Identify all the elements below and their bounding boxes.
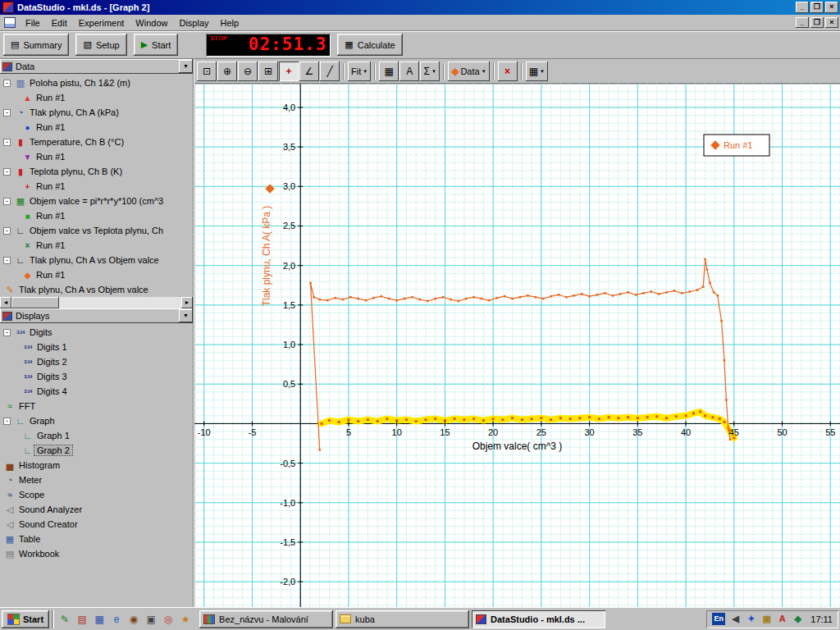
expander-icon[interactable]: - (3, 227, 11, 235)
start-button[interactable]: Start (2, 610, 49, 628)
displays-tree-item[interactable]: ◁Sound Analyzer (0, 502, 193, 517)
expander-icon[interactable]: - (3, 257, 11, 264)
menu-window[interactable]: Window (130, 16, 173, 30)
data-tree-item[interactable]: -◔Tlak plynu, Ch A (kPa) (0, 105, 193, 120)
task-button-3[interactable]: DataStudio - mkl.ds ... (472, 610, 605, 628)
data-menu-button[interactable]: ◆Data▼ (448, 62, 489, 81)
data-tree-item[interactable]: -∟Tlak plynu, Ch A vs Objem valce (0, 253, 193, 267)
displays-tree-item[interactable]: ◁Sound Creator (0, 517, 193, 532)
displays-tree-item[interactable]: ≈Scope (0, 487, 193, 502)
data-tree-item[interactable]: +Run #1 (0, 179, 193, 194)
expander-icon[interactable]: - (3, 198, 11, 205)
data-tree-item[interactable]: ×Run #1 (0, 238, 193, 253)
close-button[interactable]: × (825, 2, 838, 13)
scrollbar-track[interactable] (11, 297, 181, 308)
scale-to-fit-button[interactable]: ⊡ (197, 62, 217, 81)
displays-panel-dropdown-button[interactable]: ▼ (179, 309, 193, 322)
quick-launch-icon-2[interactable]: ▤ (74, 611, 90, 628)
graph-plot-area[interactable]: -10-5510152025303540455055-2,0-1,5-1,0-0… (194, 84, 840, 607)
task-button-1[interactable]: Bez_názvu - Malování (199, 610, 333, 628)
displays-tree-item[interactable]: 3.14Digits 3 (0, 369, 193, 384)
graph-canvas[interactable]: -10-5510152025303540455055-2,0-1,5-1,0-0… (194, 84, 840, 607)
data-tree-item[interactable]: ◆Run #1 (0, 267, 193, 282)
expander-icon[interactable]: - (3, 329, 11, 336)
expander-icon[interactable]: - (3, 168, 11, 176)
quick-launch-icon-4[interactable]: e (108, 611, 125, 628)
data-tree-hscrollbar[interactable]: ◄ ► (0, 297, 193, 308)
delete-button[interactable]: × (498, 62, 518, 81)
data-tree-item[interactable]: -∟Objem valce vs Teplota plynu, Ch (0, 223, 193, 238)
data-tree-item[interactable]: ■Run #1 (0, 208, 193, 223)
data-tree-item[interactable]: ▲Run #1 (0, 90, 193, 105)
zoom-out-button[interactable]: ⊖ (238, 62, 258, 81)
zoom-select-button[interactable]: ⊞ (258, 62, 278, 81)
calculate-button[interactable]: ▦ Calculate (337, 34, 402, 56)
displays-tree-item[interactable]: ▅Histogram (0, 458, 193, 472)
setup-button[interactable]: ▧ Setup (75, 34, 126, 56)
quick-launch-icon-7[interactable]: ◎ (160, 611, 176, 628)
displays-tree-item[interactable]: ▤Workbook (0, 546, 193, 561)
tray-icon-2[interactable]: ✦ (745, 614, 757, 624)
data-tree-item[interactable]: ▼Run #1 (0, 149, 193, 164)
scroll-right-button[interactable]: ► (181, 297, 193, 308)
language-indicator[interactable]: En (712, 613, 725, 625)
child-restore-button[interactable]: ❐ (810, 17, 824, 28)
displays-tree-item[interactable]: ∟Graph 1 (0, 428, 193, 443)
displays-tree-item[interactable]: -3.14Digits (0, 325, 193, 340)
data-tree-item[interactable]: -▥Poloha pistu, Ch 1&2 (m) (0, 75, 193, 90)
displays-tree-item[interactable]: 3.14Digits 4 (0, 384, 193, 399)
displays-tree-item[interactable]: ▦Table (0, 532, 193, 546)
expander-icon[interactable]: - (3, 418, 11, 425)
menu-help[interactable]: Help (215, 16, 245, 30)
annotate-tool-button[interactable]: ╱ (320, 62, 340, 81)
displays-tree-item[interactable]: ≈FFT (0, 399, 193, 413)
expander-icon[interactable]: - (3, 139, 11, 146)
data-tree-item[interactable]: ●Run #1 (0, 120, 193, 135)
quick-launch-icon-6[interactable]: ▣ (143, 611, 159, 628)
quick-launch-icon-3[interactable]: ▦ (91, 611, 107, 628)
displays-tree-label: Graph 2 (34, 445, 72, 455)
tray-icon-1[interactable]: ◀ (729, 614, 742, 624)
data-tree-item[interactable]: ✎Tlak plynu, Ch A vs Objem valce (0, 282, 193, 297)
menu-edit[interactable]: Edit (46, 16, 73, 30)
data-tree-item[interactable]: -▦Objem valce = pi*r*r*y*100 (cm^3 (0, 194, 193, 208)
summary-button[interactable]: ▤ Summary (3, 34, 69, 56)
fit-menu-button[interactable]: Fit▼ (348, 62, 371, 81)
displays-tree-item[interactable]: -∟Graph (0, 413, 193, 428)
slope-tool-button[interactable]: ∠ (299, 62, 319, 81)
displays-tree-item[interactable]: 3.14Digits 1 (0, 340, 193, 354)
tray-icon-5[interactable]: ◆ (792, 614, 804, 624)
data-tree-item[interactable]: -▮Teplota plynu, Ch B (K) (0, 164, 193, 179)
minimize-button[interactable]: _ (796, 2, 809, 13)
calculate-tool-button[interactable]: ▦ (379, 62, 399, 81)
child-close-button[interactable]: × (825, 17, 838, 28)
task-button-2[interactable]: kuba (336, 610, 469, 628)
quick-launch-icon-8[interactable]: ★ (177, 611, 194, 628)
expander-icon[interactable]: - (3, 80, 11, 87)
zoom-in-button[interactable]: ⊕ (217, 62, 237, 81)
tray-icon-4[interactable]: A (776, 614, 788, 624)
scrollbar-thumb[interactable] (11, 297, 59, 308)
tray-icon-3[interactable]: ▣ (760, 614, 773, 624)
displays-tree-item[interactable]: ◔Meter (0, 472, 193, 487)
quick-launch-icon-5[interactable]: ◉ (126, 611, 142, 628)
smart-tool-button[interactable]: + (279, 62, 299, 81)
child-window-icon[interactable] (4, 17, 16, 28)
quick-launch-icon-1[interactable]: ✎ (57, 611, 73, 628)
data-panel-dropdown-button[interactable]: ▼ (179, 60, 193, 73)
start-button-toolbar[interactable]: ▶ Start (134, 34, 179, 56)
menu-file[interactable]: File (20, 16, 46, 30)
graph-settings-button[interactable]: ▦▼ (526, 62, 548, 81)
menu-experiment[interactable]: Experiment (73, 16, 130, 30)
menu-display[interactable]: Display (173, 16, 214, 30)
displays-tree-item[interactable]: ∟Graph 2 (0, 443, 193, 458)
displays-tree-item[interactable]: 3.14Digits 2 (0, 354, 193, 369)
statistics-button[interactable]: Σ▼ (420, 62, 440, 81)
legend[interactable]: Run #1 (704, 135, 769, 156)
restore-button[interactable]: ❐ (810, 2, 824, 13)
data-tree-item[interactable]: -▮Temperature, Ch B (°C) (0, 135, 193, 149)
expander-icon[interactable]: - (3, 109, 11, 116)
scroll-left-button[interactable]: ◄ (0, 297, 11, 308)
text-tool-button[interactable]: A (399, 62, 419, 81)
child-minimize-button[interactable]: _ (796, 17, 809, 28)
